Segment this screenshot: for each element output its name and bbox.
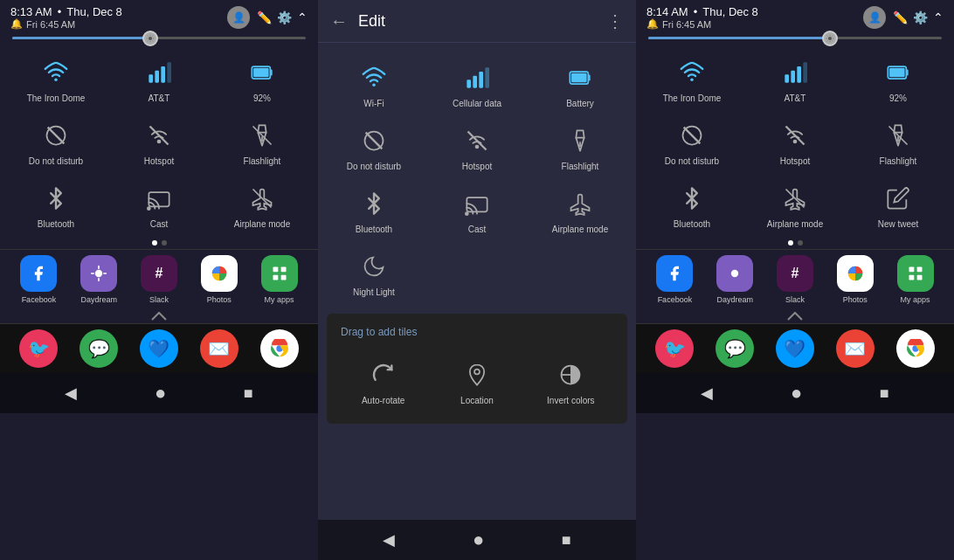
svg-rect-44 (785, 74, 789, 82)
edit-tile-cast[interactable]: Cast (426, 179, 528, 240)
right-app-slack[interactable]: # Slack (777, 255, 813, 304)
edit-tile-cellular[interactable]: Cellular data (426, 53, 528, 114)
left-slider-track[interactable] (12, 37, 306, 39)
left-app-facebook[interactable]: Facebook (20, 255, 57, 304)
left-back-btn[interactable]: ◀ (65, 384, 77, 403)
left-tile-wifi[interactable]: The Iron Dome (5, 48, 107, 109)
left-tile-cast[interactable]: Cast (108, 174, 210, 235)
left-tile-flashlight-label: Flashlight (244, 156, 281, 167)
svg-rect-31 (571, 73, 587, 83)
right-tile-bluetooth[interactable]: Bluetooth (641, 174, 743, 235)
svg-rect-46 (797, 66, 801, 83)
edit-tile-bluetooth[interactable]: Bluetooth (323, 179, 425, 240)
right-recent-btn[interactable]: ■ (880, 384, 889, 403)
right-app-photos[interactable]: Photos (837, 255, 874, 304)
right-tiles-grid: The Iron Dome AT&T 92% Do not disturb Ho… (636, 45, 954, 239)
right-slider-thumb[interactable] (822, 31, 838, 46)
left-recent-btn[interactable]: ■ (244, 384, 253, 403)
autorotate-icon (368, 359, 399, 391)
right-tile-wifi-label: The Iron Dome (663, 93, 722, 104)
add-tile-invertcolors[interactable]: Invert colors (525, 350, 617, 411)
right-slider-track[interactable] (648, 37, 942, 39)
left-app-daydream[interactable]: Daydream (80, 255, 117, 304)
right-tile-hotspot-label: Hotspot (780, 156, 810, 167)
right-app-daydream[interactable]: Daydream (716, 255, 753, 304)
settings-icon-right[interactable]: ⚙️ (913, 10, 928, 24)
right-app-myapps[interactable]: My apps (897, 255, 934, 304)
edit-icon-right[interactable]: ✏️ (893, 10, 908, 24)
right-dock-messenger[interactable]: 💙 (776, 329, 814, 368)
right-tile-dnd[interactable]: Do not disturb (641, 111, 743, 172)
right-brightness-bar[interactable] (636, 33, 954, 45)
right-tile-newtweet[interactable]: New tweet (847, 174, 949, 235)
left-tile-hotspot[interactable]: Hotspot (108, 111, 210, 172)
left-tile-dnd[interactable]: Do not disturb (5, 111, 107, 172)
right-tile-battery[interactable]: 92% (847, 48, 949, 109)
svg-point-38 (465, 211, 469, 216)
left-tile-wifi-label: The Iron Dome (27, 93, 86, 104)
left-app-myapps[interactable]: My apps (261, 255, 298, 304)
left-dock-bird[interactable]: 🐦 (19, 329, 58, 368)
right-tile-hotspot[interactable]: Hotspot (744, 111, 846, 172)
edit-title: Edit (358, 12, 596, 31)
left-app-row: Facebook Daydream # Slack Photos My apps (0, 249, 318, 309)
right-tile-signal[interactable]: AT&T (744, 48, 846, 109)
left-tile-signal[interactable]: AT&T (108, 48, 210, 109)
edit-more-button[interactable]: ⋮ (606, 10, 624, 31)
left-home-btn[interactable]: ● (155, 382, 166, 404)
edit-tile-nightlight-label: Night Light (353, 287, 395, 298)
edit-icon-left[interactable]: ✏️ (257, 10, 272, 24)
left-app-photos[interactable]: Photos (201, 255, 238, 304)
right-scroll-up[interactable] (636, 309, 954, 323)
settings-icon-left[interactable]: ⚙️ (277, 10, 292, 24)
edit-tile-battery[interactable]: Battery (529, 53, 631, 114)
cast-icon-edit (461, 188, 493, 219)
expand-icon-left[interactable]: ⌃ (297, 10, 308, 24)
left-dock: 🐦 💬 💙 ✉️ (0, 323, 318, 373)
expand-icon-right[interactable]: ⌃ (933, 10, 944, 24)
edit-tile-wifi[interactable]: Wi-Fi (323, 53, 425, 114)
left-scroll-up[interactable] (0, 309, 318, 323)
right-tile-newtweet-label: New tweet (878, 219, 919, 230)
right-tile-flashlight[interactable]: Flashlight (847, 111, 949, 172)
edit-tile-dnd[interactable]: Do not disturb (323, 116, 425, 177)
edit-tile-airplane[interactable]: Airplane mode (529, 179, 631, 240)
left-tile-bluetooth[interactable]: Bluetooth (5, 174, 107, 235)
airplane-icon-edit (564, 188, 596, 219)
svg-point-16 (147, 206, 151, 211)
left-tile-airplane[interactable]: Airplane mode (211, 174, 313, 235)
left-dock-gmail[interactable]: ✉️ (200, 329, 238, 368)
add-tile-location[interactable]: Location (431, 350, 522, 411)
right-tile-wifi[interactable]: The Iron Dome (641, 48, 743, 109)
right-system-nav: ◀ ● ■ (636, 373, 954, 413)
add-tile-autorotate[interactable]: Auto-rotate (337, 350, 429, 411)
right-home-btn[interactable]: ● (791, 382, 802, 404)
edit-tiles-grid: Wi-Fi Cellular data Battery (318, 50, 636, 307)
right-dock-msg[interactable]: 💬 (716, 329, 754, 368)
right-dock-gmail[interactable]: ✉️ (836, 329, 874, 368)
left-dock-msg[interactable]: 💬 (80, 329, 118, 368)
left-app-slack[interactable]: # Slack (141, 255, 177, 304)
left-slider-thumb[interactable] (142, 31, 158, 46)
right-tile-airplane-label: Airplane mode (767, 219, 823, 230)
left-tile-battery[interactable]: 92% (211, 48, 313, 109)
edit-back-button[interactable]: ← (330, 11, 348, 31)
right-back-btn[interactable]: ◀ (701, 384, 713, 403)
right-tile-airplane[interactable]: Airplane mode (744, 174, 846, 235)
right-app-facebook[interactable]: Facebook (656, 255, 693, 304)
left-tile-flashlight[interactable]: Flashlight (211, 111, 313, 172)
left-dock-messenger[interactable]: 💙 (140, 329, 178, 368)
right-dock-bird[interactable]: 🐦 (655, 329, 694, 368)
svg-rect-60 (916, 267, 922, 273)
dot-1 (152, 240, 157, 245)
edit-tile-flashlight[interactable]: Flashlight (529, 116, 631, 177)
bluetooth-icon-right (676, 183, 708, 214)
edit-tile-hotspot[interactable]: Hotspot (426, 116, 528, 177)
left-brightness-bar[interactable] (0, 33, 318, 45)
right-dock-chrome[interactable] (896, 329, 935, 368)
edit-recent-btn[interactable]: ■ (562, 531, 571, 550)
edit-home-btn[interactable]: ● (473, 529, 484, 551)
edit-tile-nightlight[interactable]: Night Light (323, 242, 425, 303)
edit-back-nav-btn[interactable]: ◀ (383, 530, 395, 550)
left-dock-chrome[interactable] (260, 329, 299, 368)
